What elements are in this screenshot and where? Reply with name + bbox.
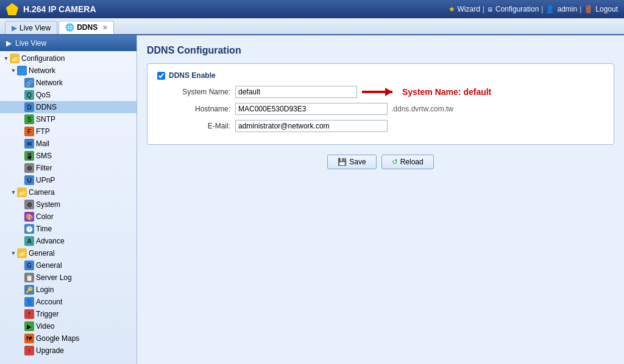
sidebar-item-upnp[interactable]: U UPnP (0, 174, 136, 186)
sidebar-item-server-log[interactable]: 📋 Server Log (0, 271, 136, 284)
wizard-star-icon: ★ (448, 5, 455, 13)
page-title: DDNS Configuration (147, 45, 614, 56)
sidebar-item-upgrade[interactable]: ↑ Upgrade (0, 345, 136, 357)
system-icon: ⚙ (24, 200, 34, 209)
sidebar-time-label: Time (36, 225, 52, 233)
system-name-annotation: System Name: default (362, 86, 491, 97)
sms-icon: 📱 (24, 151, 34, 161)
sidebar-tree: ▼ 📁 Configuration ▼ 🌐 Network 🔗 Network … (0, 51, 136, 358)
save-button[interactable]: 💾 Save (327, 155, 376, 169)
sidebar-ddns-label: DDNS (36, 103, 57, 111)
sidebar-network-group-label: Network (29, 66, 55, 75)
wizard-link[interactable]: Wizard (458, 5, 480, 13)
sidebar-login-label: Login (36, 285, 54, 294)
logout-icon: 🚪 (584, 5, 593, 13)
sidebar-item-time[interactable]: 🕐 Time (0, 223, 136, 235)
ddns-tab-icon: 🌐 (65, 23, 74, 32)
sntp-icon: S (24, 114, 34, 124)
sidebar-item-ddns[interactable]: D DDNS (0, 101, 136, 113)
app-title: H.264 IP CAMERA (23, 4, 96, 14)
reload-button[interactable]: ↺ Reload (381, 155, 434, 169)
live-view-sidebar-icon: ▶ (6, 39, 12, 47)
sidebar-item-sntp[interactable]: S SNTP (0, 113, 136, 125)
email-input[interactable] (235, 120, 388, 132)
network-group-arrow-icon: ▼ (10, 67, 17, 74)
ddns-icon: D (24, 102, 34, 112)
tabbar: ▶ Live View 🌐 DDNS ✕ (0, 18, 624, 35)
advance-icon: A (24, 236, 34, 246)
sidebar-qos-label: QoS (36, 91, 51, 99)
sidebar-upnp-label: UPnP (36, 176, 55, 184)
tab-live-view[interactable]: ▶ Live View (5, 21, 57, 34)
sidebar-item-network-group[interactable]: ▼ 🌐 Network (0, 65, 136, 77)
header-right: ★ Wizard | 🖥 Configuration | 👤 admin | 🚪… (448, 5, 619, 13)
ddns-config-box: DDNS Enable System Name: System Name: de… (147, 63, 614, 145)
live-view-tab-icon: ▶ (12, 24, 17, 32)
sidebar-general-label: General (36, 261, 62, 270)
sidebar-network-label: Network (36, 79, 63, 87)
sidebar-item-trigger[interactable]: ! Trigger (0, 308, 136, 320)
tab-ddns[interactable]: 🌐 DDNS ✕ (58, 21, 114, 34)
admin-icon: 👤 (545, 5, 555, 13)
configuration-link[interactable]: Configuration (495, 5, 539, 13)
hostname-label: Hostname: (157, 105, 230, 113)
sidebar-item-network[interactable]: 🔗 Network (0, 77, 136, 89)
sidebar-item-color[interactable]: 🎨 Color (0, 211, 136, 223)
ddns-enable-label[interactable]: DDNS Enable (169, 71, 216, 80)
button-row: 💾 Save ↺ Reload (147, 155, 614, 169)
system-name-row: System Name: System Name: default (157, 86, 604, 98)
ddns-tab-close[interactable]: ✕ (102, 24, 107, 31)
sidebar-item-ftp[interactable]: F FTP (0, 125, 136, 138)
sidebar-item-login[interactable]: 🔑 Login (0, 284, 136, 296)
sidebar-item-general[interactable]: G General (0, 259, 136, 271)
video-icon: ▶ (24, 321, 34, 331)
sidebar-ftp-label: FTP (36, 127, 50, 136)
sidebar-item-configuration[interactable]: ▼ 📁 Configuration (0, 52, 136, 65)
sidebar-item-general-group[interactable]: ▼ 📁 General (0, 247, 136, 259)
hostname-input[interactable] (235, 103, 388, 115)
sidebar-video-label: Video (36, 322, 54, 331)
config-arrow-icon: ▼ (2, 55, 10, 62)
time-icon: 🕐 (24, 224, 34, 234)
sidebar-item-video[interactable]: ▶ Video (0, 320, 136, 332)
main-layout: ▶ Live View ▼ 📁 Configuration ▼ 🌐 Networ… (0, 35, 624, 364)
sidebar-item-advance[interactable]: A Advance (0, 235, 136, 247)
sidebar-color-label: Color (36, 212, 54, 221)
network-icon: 🔗 (24, 78, 34, 88)
camera-folder-icon: 📁 (17, 187, 27, 197)
annotation-text: System Name: default (402, 87, 491, 97)
google-maps-icon: 🗺 (24, 334, 34, 343)
sidebar-item-google-maps[interactable]: 🗺 Google Maps (0, 332, 136, 345)
color-icon: 🎨 (24, 212, 34, 222)
config-icon: 🖥 (487, 6, 493, 13)
sidebar-item-system[interactable]: ⚙ System (0, 198, 136, 211)
trigger-icon: ! (24, 309, 34, 319)
sidebar-trigger-label: Trigger (36, 310, 59, 318)
email-label: E-Mail: (157, 122, 230, 130)
ddns-enable-checkbox[interactable] (157, 72, 165, 80)
sidebar-item-camera-group[interactable]: ▼ 📁 Camera (0, 186, 136, 198)
sidebar-item-account[interactable]: 👤 Account (0, 296, 136, 308)
account-icon: 👤 (24, 297, 34, 307)
sidebar-live-view[interactable]: ▶ Live View (0, 35, 136, 51)
logout-link[interactable]: Logout (595, 5, 618, 13)
sidebar-live-view-label: Live View (15, 39, 46, 47)
sidebar-item-filter[interactable]: ⚙ Filter (0, 162, 136, 174)
hostname-row: Hostname: .ddns.dvrtw.com.tw (157, 103, 604, 115)
system-name-input[interactable] (235, 86, 357, 98)
red-arrow-icon (362, 86, 399, 97)
admin-link[interactable]: admin (557, 5, 577, 13)
save-button-label: Save (349, 158, 366, 166)
sidebar-item-sms[interactable]: 📱 SMS (0, 150, 136, 162)
camera-logo-icon (6, 3, 18, 15)
sidebar-sntp-label: SNTP (36, 115, 55, 124)
sidebar-advance-label: Advance (36, 237, 65, 245)
header-left: H.264 IP CAMERA (6, 3, 96, 15)
general-group-arrow-icon: ▼ (10, 250, 17, 257)
login-icon: 🔑 (24, 285, 34, 295)
sidebar-config-label: Configuration (21, 54, 65, 63)
sidebar-general-group-label: General (29, 249, 55, 257)
sidebar-upgrade-label: Upgrade (36, 346, 64, 355)
sidebar-item-mail[interactable]: ✉ Mail (0, 138, 136, 150)
sidebar-item-qos[interactable]: Q QoS (0, 89, 136, 101)
